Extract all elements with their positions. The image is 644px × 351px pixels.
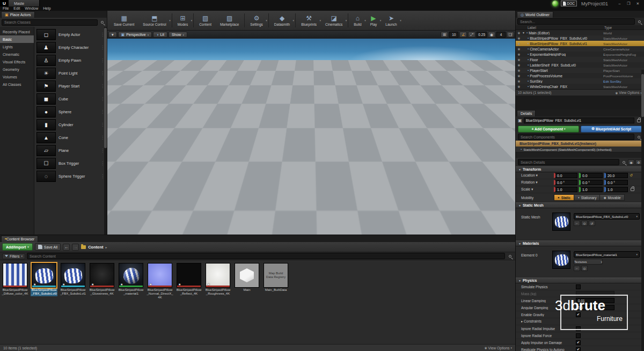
material-dropdown[interactable]: BlueStripedPillow_material1 ▾ <box>574 251 640 258</box>
details-scrollbar[interactable] <box>641 70 644 351</box>
place-item-box-trigger[interactable]: ☐Box Trigger⋮ <box>34 157 107 170</box>
menu-help[interactable]: Help <box>43 6 50 11</box>
rotation-snap-icon[interactable]: ∠ <box>459 32 467 38</box>
mobility-stationary[interactable]: ◑Stationary <box>574 194 600 201</box>
toolbar-datasmith-button[interactable]: ◆Datasmith▾ <box>270 12 294 30</box>
back-button[interactable]: ← <box>63 244 70 251</box>
outliner-row-type[interactable]: Edit SunSky <box>603 79 643 83</box>
static-mesh-section-header[interactable]: ▼ Static Mesh <box>516 202 644 208</box>
visibility-eye-icon[interactable]: ◉ <box>516 79 522 83</box>
location-z-field[interactable]: 20.0 <box>604 173 628 178</box>
menu-window[interactable]: Window <box>25 6 38 11</box>
asset-main[interactable]: Main <box>233 263 260 292</box>
apply-impulse-on-damage-checkbox[interactable]: ✔ <box>576 340 581 345</box>
world-outliner-tab[interactable]: ◎ World Outliner <box>517 11 553 18</box>
linear-damping-field[interactable]: 0.01 <box>576 298 614 303</box>
toolbar-marketplace-button[interactable]: ▨Marketplace <box>216 12 243 30</box>
visibility-eye-icon[interactable]: ◉ <box>516 69 522 72</box>
save-all-button[interactable]: Save All <box>35 243 61 251</box>
toolbar-launch-button[interactable]: ➤Launch▾ <box>381 12 401 30</box>
place-item-cylinder[interactable]: ▮Cylinder⋮ <box>34 118 107 131</box>
toolbar-play-button[interactable]: ▶Play▾ <box>366 12 382 30</box>
column-type[interactable]: Type <box>604 26 644 30</box>
visibility-eye-icon[interactable]: ◉ <box>516 36 522 40</box>
outliner-row-cinecameraactor[interactable]: ◉▪CineCameraActorCineCameraActor <box>516 46 644 52</box>
mobility-static[interactable]: ●Static <box>554 194 574 201</box>
place-actors-tab[interactable]: ▣ Place Actors <box>1 11 35 18</box>
grid-snap-value[interactable]: 10 <box>449 32 458 38</box>
content-browser-tab[interactable]: Content Browser <box>1 236 38 242</box>
property-label[interactable]: Scale ▾ <box>521 187 552 192</box>
scale-x-field[interactable]: 1.0 <box>554 187 577 192</box>
outliner-view-options[interactable]: ◉ View Options ▾ <box>615 91 642 94</box>
maximize-button[interactable]: ❒ <box>624 1 633 6</box>
simulate-physics-checkbox[interactable] <box>576 284 581 289</box>
toolbar-build-button[interactable]: ⌂Build▾ <box>349 12 365 30</box>
toolbar-cinematics-button[interactable]: ◪Cinematics▾ <box>321 12 347 30</box>
place-item-sphere-trigger[interactable]: ◌Sphere Trigger⋮ <box>34 170 107 182</box>
place-item-empty-pawn[interactable]: ♙Empty Pawn⋮ <box>34 54 107 67</box>
asset-main-builtdata[interactable]: Map Build Data RegistryMain_BuiltData <box>262 263 289 292</box>
materials-section-header[interactable]: ▼ Materials <box>516 240 644 246</box>
outliner-row-laddershelf-fbx-subdlvl0[interactable]: ◉▪LadderShelf_FBX_SubdLvl0StaticMeshActo… <box>516 62 644 68</box>
use-selected-asset-icon[interactable]: ← <box>574 266 580 271</box>
details-eye-button[interactable]: ◉ <box>628 159 634 165</box>
place-item-player-start[interactable]: ⚑Player Start⋮ <box>34 79 107 92</box>
outliner-row-main-editor[interactable]: ◉▼▪Main (Editor)World <box>516 30 644 35</box>
place-category-visual-effects[interactable]: Visual Effects <box>0 58 34 65</box>
revert-arrow-icon[interactable]: ↺ <box>630 173 633 178</box>
visibility-eye-icon[interactable]: ◉ <box>516 74 522 77</box>
browse-to-asset-icon[interactable]: ⊙ <box>581 221 588 226</box>
property-label[interactable]: Location ▾ <box>521 173 552 178</box>
place-actors-scrollbar[interactable] <box>104 27 107 235</box>
column-label[interactable]: Label <box>528 26 536 30</box>
outliner-row-sunsky[interactable]: ◉▪SunSkyEdit SunSky <box>516 78 644 84</box>
show-menu-button[interactable]: Show ▾ <box>169 32 187 38</box>
mobility-movable[interactable]: ✚Movable <box>600 194 624 201</box>
static-mesh-dropdown[interactable]: BlueStripedPillow_FBX_SubdivLvl0 ▾ <box>574 213 640 220</box>
filters-button[interactable]: Filters ▾ <box>2 253 25 259</box>
ignore-radial-force-checkbox[interactable] <box>576 333 581 338</box>
place-category-all-classes[interactable]: All Classes <box>0 81 34 88</box>
asset-bluestripedpillow-fbx-subdivlvl1[interactable]: ★BlueStripedPillow_FBX_SubdivLvl1 <box>60 263 86 296</box>
lock-icon[interactable] <box>631 188 634 191</box>
visibility-eye-icon[interactable]: ◉ <box>516 85 522 88</box>
rotation-z-field[interactable]: 0.0 ° <box>604 180 628 185</box>
minimize-button[interactable]: – <box>615 1 624 6</box>
outliner-row-playerstart[interactable]: ◉▪PlayerStartPlayerStart <box>516 68 644 73</box>
transform-section-header[interactable]: ▼ Transform <box>516 166 644 172</box>
static-mesh-thumbnail[interactable] <box>552 213 570 231</box>
asset-bluestripedpillow-fbx-subdivlvl0[interactable]: ★BlueStripedPillow_FBX_SubdivLvl0 <box>31 263 57 296</box>
ignore-radial-impulse-checkbox[interactable] <box>576 326 581 331</box>
maximize-viewport-icon[interactable]: ❏ <box>507 32 514 38</box>
toolbar-save-current-button[interactable]: ▦Save Current <box>109 12 138 30</box>
rotation-y-field[interactable]: 0.0 ° <box>579 180 603 185</box>
forward-button[interactable]: → <box>72 244 79 251</box>
outliner-search-input[interactable] <box>517 18 635 25</box>
search-details-input[interactable] <box>518 159 619 165</box>
camera-speed-value[interactable]: 4 <box>496 32 506 38</box>
grid-snap-icon[interactable]: ⊞ <box>441 32 448 38</box>
place-item-empty-actor[interactable]: ◻Empty Actor⋮ <box>34 28 107 41</box>
location-y-field[interactable]: 0.0 <box>579 173 603 178</box>
doc-badge[interactable]: DOC <box>561 1 577 6</box>
browse-to-asset-icon[interactable]: ⊙ <box>581 266 588 271</box>
close-button[interactable]: ✕ <box>633 1 642 6</box>
place-category-geometry[interactable]: Geometry <box>0 65 34 73</box>
place-item-sphere[interactable]: ●Sphere⋮ <box>34 105 107 118</box>
blueprint-add-script-button[interactable]: ⚙ Blueprint/Add Script <box>581 126 642 133</box>
lock-icon[interactable] <box>637 119 641 122</box>
asset-bluestripedpillow-material1[interactable]: ★BlueStripedPillow_material1 <box>118 263 144 296</box>
location-x-field[interactable]: 0.0 <box>554 173 577 178</box>
material-thumbnail[interactable] <box>552 251 570 269</box>
outliner-row-postprocessvolume[interactable]: ◉▪PostProcessVolumePostProcessVolume <box>516 73 644 78</box>
place-item-cone[interactable]: ▲Cone⋮ <box>34 131 107 144</box>
place-item-empty-character[interactable]: ♟Empty Character⋮ <box>34 41 107 54</box>
place-item-cube[interactable]: ◼Cube⋮ <box>34 92 107 105</box>
lit-mode-button[interactable]: ◑ Lit <box>153 32 167 38</box>
toolbar-settings-button[interactable]: ⚙Settings▾ <box>246 12 267 30</box>
place-category-cinematic[interactable]: Cinematic <box>0 50 34 58</box>
textures-dropdown-button[interactable]: Textures ▾ <box>574 259 603 265</box>
visibility-eye-icon[interactable]: ◉ <box>516 42 522 45</box>
viewport-options-button[interactable]: ▾ <box>108 32 117 38</box>
